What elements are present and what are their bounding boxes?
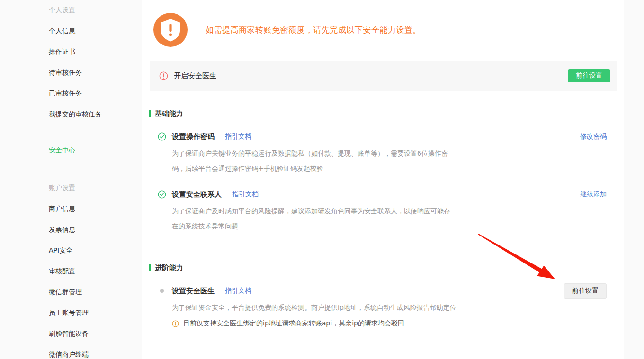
capability-row-operation-password: 设置操作密码 指引文档 修改密码 xyxy=(158,131,607,142)
security-center-panel: 如需提高商家转账免密额度，请先完成以下安全能力设置。 开启安全医生 前往设置 基… xyxy=(142,0,624,359)
sidebar-item-merchant-info[interactable]: 商户信息 xyxy=(49,199,142,219)
guide-doc-link[interactable]: 指引文档 xyxy=(225,287,251,295)
capability-title: 设置安全联系人 xyxy=(172,190,222,199)
sidebar: 个人设置 个人信息 操作证书 待审核任务 已审核任务 我提交的审核任务 安全中心… xyxy=(0,0,142,359)
section-header-basic: 基础能力 xyxy=(149,109,624,118)
circle-info-icon xyxy=(172,320,179,327)
sidebar-item-pending-review-tasks[interactable]: 待审核任务 xyxy=(49,62,142,83)
capability-desc: 为了保证资金安全，平台提供免费的系统检测。商户提供ip地址，系统自动生成风险报告… xyxy=(172,300,475,315)
capability-note-text: 目前仅支持安全医生绑定的ip地址请求商家转账api，其余ip的请求均会驳回 xyxy=(183,319,404,328)
sidebar-item-operation-certificate[interactable]: 操作证书 xyxy=(49,42,142,62)
sidebar-item-reviewed-tasks[interactable]: 已审核任务 xyxy=(49,83,142,104)
sidebar-item-my-submitted-review-tasks[interactable]: 我提交的审核任务 xyxy=(49,104,142,125)
go-to-settings-button-security-doctor[interactable]: 前往设置 xyxy=(564,283,607,299)
go-to-settings-button-alert[interactable]: 前往设置 xyxy=(568,69,610,82)
sidebar-item-api-security[interactable]: API安全 xyxy=(49,240,142,261)
shield-exclamation-icon xyxy=(153,13,188,47)
capability-desc: 为了保证商户关键业务的平稳运行及数据隐私（如付款、提现、账单等），需要设置6位操… xyxy=(172,146,456,176)
check-circle-icon xyxy=(158,132,166,141)
sidebar-item-employee-account-management[interactable]: 员工账号管理 xyxy=(49,303,142,324)
circle-exclamation-icon xyxy=(159,71,168,80)
section-header-advanced: 进阶能力 xyxy=(149,263,624,272)
guide-doc-link[interactable]: 指引文档 xyxy=(225,132,251,141)
sidebar-item-review-config[interactable]: 审核配置 xyxy=(49,261,142,282)
sidebar-group-account-settings: 账户设置 xyxy=(49,178,142,199)
security-doctor-alert-bar: 开启安全医生 前往设置 xyxy=(150,61,617,91)
security-notice: 如需提高商家转账免密额度，请先完成以下安全能力设置。 xyxy=(153,13,624,47)
capability-note: 目前仅支持安全医生绑定的ip地址请求商家转账api，其余ip的请求均会驳回 xyxy=(172,316,624,331)
change-password-link[interactable]: 修改密码 xyxy=(580,132,607,141)
gray-dot-icon xyxy=(158,287,166,295)
section-accent-bar xyxy=(149,264,151,271)
section-title-advanced: 进阶能力 xyxy=(155,263,183,272)
sidebar-item-invoice-info[interactable]: 发票信息 xyxy=(49,219,142,240)
capability-row-security-doctor: 设置安全医生 指引文档 前往设置 xyxy=(158,286,607,296)
check-circle-icon xyxy=(158,190,166,199)
guide-doc-link[interactable]: 指引文档 xyxy=(232,190,259,199)
sidebar-item-wechat-merchant-terminal[interactable]: 微信商户终端 xyxy=(49,344,142,359)
capability-title: 设置操作密码 xyxy=(172,132,215,141)
sidebar-divider xyxy=(49,131,135,131)
capability-desc: 为了保证商户及时感知平台的风险提醒，建议添加研发角色同事为安全联系人，以便响应可… xyxy=(172,203,456,234)
alert-bar-title: 开启安全医生 xyxy=(174,71,216,80)
section-title-basic: 基础能力 xyxy=(155,109,183,118)
sidebar-item-personal-info[interactable]: 个人信息 xyxy=(49,21,142,42)
sidebar-item-face-recognition-devices[interactable]: 刷脸智能设备 xyxy=(49,324,142,344)
capability-row-security-contact: 设置安全联系人 指引文档 继续添加 xyxy=(158,189,607,200)
security-notice-text: 如需提高商家转账免密额度，请先完成以下安全能力设置。 xyxy=(206,25,421,35)
section-accent-bar xyxy=(149,110,151,117)
sidebar-item-security-center[interactable]: 安全中心 xyxy=(49,140,142,161)
continue-adding-link[interactable]: 继续添加 xyxy=(580,190,607,199)
sidebar-group-personal-settings: 个人设置 xyxy=(49,0,142,21)
sidebar-item-wechat-group-management[interactable]: 微信群管理 xyxy=(49,282,142,303)
sidebar-divider xyxy=(49,170,135,170)
capability-title: 设置安全医生 xyxy=(172,287,215,296)
